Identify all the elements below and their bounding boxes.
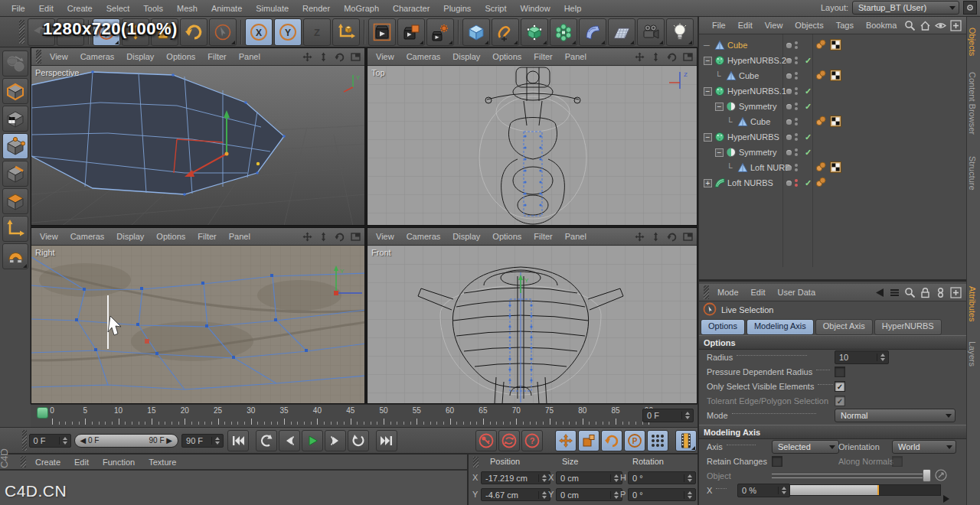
viewport-canvas-perspective[interactable]: Y Perspective bbox=[31, 66, 364, 225]
zoom-view-icon[interactable] bbox=[648, 230, 662, 243]
enabled-check-icon[interactable]: ✓ bbox=[805, 148, 812, 158]
viewport-grip[interactable] bbox=[36, 50, 41, 64]
tab-objects[interactable]: Objects bbox=[968, 28, 977, 56]
tag-phong-icon[interactable] bbox=[815, 70, 827, 82]
menu-item-display[interactable]: Display bbox=[446, 230, 486, 243]
last-tool-button[interactable] bbox=[209, 18, 237, 46]
preview-range-slider[interactable]: ◀ 0 F 90 F ▶ bbox=[74, 434, 179, 448]
tag-phong-icon[interactable] bbox=[815, 161, 827, 174]
object-row-loft-nurbs[interactable]: +Loft NURBS✓ bbox=[699, 175, 966, 191]
spline-button[interactable] bbox=[492, 18, 519, 46]
object-row-hypernurbs[interactable]: −HyperNURBS✓ bbox=[699, 129, 966, 145]
live-selection-button[interactable] bbox=[93, 18, 120, 46]
hamburger-icon[interactable] bbox=[887, 285, 901, 299]
tab-layers[interactable]: Layers bbox=[968, 341, 977, 367]
tag-phong-icon[interactable] bbox=[815, 177, 827, 189]
visibility-dots[interactable] bbox=[786, 41, 798, 49]
tab-content-browser[interactable]: Content Browser bbox=[968, 72, 977, 135]
object-row-hypernurbs-2[interactable]: −HyperNURBS.2✓ bbox=[699, 53, 966, 68]
current-frame-field[interactable]: 0 F bbox=[642, 409, 694, 422]
tag-texture-icon[interactable] bbox=[830, 39, 841, 52]
plus-box-icon[interactable] bbox=[949, 285, 962, 299]
undo-button[interactable] bbox=[28, 18, 55, 46]
lock-icon[interactable] bbox=[918, 285, 932, 299]
object-row-hypernurbs-1[interactable]: −HyperNURBS.1✓ bbox=[699, 83, 966, 99]
edges-mode-button[interactable] bbox=[2, 161, 28, 187]
retain-changes-checkbox[interactable] bbox=[772, 456, 782, 467]
along-normals-checkbox[interactable] bbox=[892, 456, 903, 467]
range-start-field[interactable]: 0 F bbox=[29, 434, 71, 448]
collapse-toggle[interactable]: − bbox=[704, 87, 712, 96]
menu-item-edit[interactable]: Edit bbox=[732, 19, 759, 31]
object-row-cube[interactable]: └Cube bbox=[699, 68, 966, 83]
menu-item-file[interactable]: File bbox=[706, 19, 732, 31]
enabled-check-icon[interactable]: ✓ bbox=[805, 178, 812, 188]
redo-button[interactable] bbox=[57, 18, 84, 46]
users-icon[interactable] bbox=[933, 285, 947, 299]
coords-grip[interactable] bbox=[473, 457, 479, 468]
menu-item-function[interactable]: Function bbox=[96, 455, 142, 469]
viewport-canvas-top[interactable]: Z Top bbox=[368, 66, 697, 225]
menu-item-panel[interactable]: Panel bbox=[559, 50, 593, 63]
menu-item-filter[interactable]: Filter bbox=[191, 230, 222, 243]
menu-item-view[interactable]: View bbox=[759, 19, 789, 31]
points-mode-button[interactable] bbox=[2, 133, 28, 159]
tab-modeling-axis[interactable]: Modeling Axis bbox=[746, 319, 814, 335]
tag-texture-icon[interactable] bbox=[830, 161, 841, 174]
menu-item-view[interactable]: View bbox=[370, 50, 400, 63]
visibility-dots[interactable] bbox=[786, 164, 798, 171]
light-button[interactable] bbox=[666, 18, 694, 46]
key-parameter-button[interactable]: P bbox=[624, 430, 645, 451]
object-row-symmetry[interactable]: −Symmetry✓ bbox=[699, 145, 966, 160]
menu-item-tools[interactable]: Tools bbox=[136, 2, 170, 15]
record-key-button[interactable] bbox=[475, 430, 497, 451]
key-rotation-button[interactable] bbox=[601, 430, 622, 451]
make-editable-button[interactable] bbox=[2, 50, 28, 77]
timeline-film-button[interactable] bbox=[675, 430, 697, 451]
mode-dropdown[interactable]: Normal bbox=[835, 409, 956, 422]
maximize-view-icon[interactable] bbox=[348, 230, 362, 243]
viewport-canvas-front[interactable]: Y Front bbox=[368, 246, 697, 403]
pressure-radius-checkbox[interactable] bbox=[835, 367, 845, 377]
expand-toggle[interactable]: + bbox=[704, 179, 712, 187]
menu-item-create[interactable]: Create bbox=[60, 2, 100, 15]
viewport-canvas-right[interactable]: Y Right bbox=[31, 246, 364, 403]
object-slider-groove[interactable] bbox=[772, 474, 925, 478]
texture-mode-button[interactable] bbox=[2, 106, 28, 132]
menu-item-user-data[interactable]: User Data bbox=[772, 286, 822, 298]
menu-item-edit[interactable]: Edit bbox=[32, 2, 60, 15]
menu-item-create[interactable]: Create bbox=[28, 455, 67, 469]
material-list-area[interactable] bbox=[0, 471, 467, 505]
tab-hypernurbs[interactable]: HyperNURBS bbox=[874, 319, 942, 335]
deformer-button[interactable] bbox=[579, 18, 606, 46]
coord-system-button[interactable] bbox=[332, 18, 360, 46]
axis-x-button[interactable]: X bbox=[245, 18, 273, 46]
x-strength-slider[interactable] bbox=[789, 484, 941, 496]
menu-item-view[interactable]: View bbox=[370, 230, 400, 243]
key-position-button[interactable] bbox=[555, 430, 577, 451]
key-scale-button[interactable] bbox=[578, 430, 599, 451]
tag-texture-icon[interactable] bbox=[830, 116, 841, 129]
menu-item-cameras[interactable]: Cameras bbox=[400, 230, 447, 243]
search-icon[interactable] bbox=[903, 285, 916, 299]
visible-elements-checkbox[interactable]: ✓ bbox=[835, 381, 845, 392]
object-row-cube[interactable]: └Cube bbox=[699, 114, 966, 129]
scale-button[interactable] bbox=[151, 18, 178, 46]
enabled-check-icon[interactable]: ✓ bbox=[805, 86, 812, 96]
menu-item-filter[interactable]: Filter bbox=[528, 50, 558, 63]
model-mode-button[interactable] bbox=[2, 78, 28, 104]
tab-object-axis[interactable]: Object Axis bbox=[815, 319, 873, 335]
object-row-cube[interactable]: ─Cube bbox=[699, 37, 966, 53]
snap-button[interactable] bbox=[2, 243, 28, 269]
menu-item-script[interactable]: Script bbox=[478, 2, 513, 15]
rotation-h-field[interactable]: 0 ° bbox=[628, 471, 696, 484]
menu-item-cameras[interactable]: Cameras bbox=[64, 230, 111, 243]
position-x-field[interactable]: -17.219 cm bbox=[481, 471, 550, 484]
menu-item-cameras[interactable]: Cameras bbox=[400, 50, 447, 63]
pan-view-icon[interactable] bbox=[300, 230, 314, 243]
menu-item-help[interactable]: Help bbox=[557, 2, 589, 15]
menu-item-options[interactable]: Options bbox=[160, 50, 201, 63]
home-icon[interactable] bbox=[918, 18, 932, 32]
menu-item-view[interactable]: View bbox=[44, 50, 74, 63]
menu-item-filter[interactable]: Filter bbox=[528, 230, 558, 243]
